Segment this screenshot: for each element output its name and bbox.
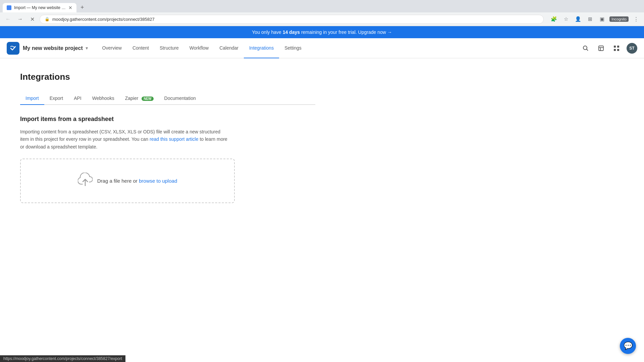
tab-import[interactable]: Import — [20, 92, 44, 105]
new-tab-button[interactable]: + — [78, 3, 87, 12]
browser-chrome: Import — My new website pro... ✕ + ← → ✕… — [0, 0, 644, 26]
customize-button[interactable]: ⊞ — [585, 14, 595, 24]
profile-button[interactable]: 👤 — [573, 14, 583, 24]
tab-documentation[interactable]: Documentation — [159, 92, 201, 105]
upload-icon — [78, 173, 93, 189]
sidebar-button[interactable]: ▣ — [597, 14, 607, 24]
nav-workflow[interactable]: Workflow — [184, 38, 214, 58]
tab-favicon — [7, 5, 11, 10]
svg-rect-2 — [599, 46, 603, 51]
nav-structure[interactable]: Structure — [154, 38, 184, 58]
nav-settings[interactable]: Settings — [279, 38, 307, 58]
import-description: Importing content from a spreadsheet (CS… — [20, 128, 228, 150]
url-text: moodjoy.gathercontent.com/projects/conne… — [52, 17, 539, 22]
svg-point-0 — [583, 46, 587, 50]
svg-rect-5 — [614, 46, 616, 48]
incognito-badge: Incognito — [609, 16, 629, 22]
cloud-upload-icon — [78, 173, 93, 186]
nav-calendar[interactable]: Calendar — [214, 38, 244, 58]
nav-content[interactable]: Content — [127, 38, 154, 58]
project-dropdown-icon[interactable]: ▼ — [85, 46, 89, 51]
trial-banner-text: You only have 14 days remaining in your … — [252, 29, 392, 35]
main-content: Integrations Import Export API Webhooks … — [0, 58, 335, 217]
search-button[interactable] — [580, 43, 591, 54]
grid-button[interactable] — [611, 43, 622, 54]
tab-webhooks[interactable]: Webhooks — [87, 92, 120, 105]
active-tab[interactable]: Import — My new website pro... ✕ — [3, 3, 76, 12]
menu-button[interactable]: ⋮ — [631, 14, 641, 24]
header-actions: ST — [580, 43, 637, 54]
nav-overview[interactable]: Overview — [97, 38, 127, 58]
integrations-tabs: Import Export API Webhooks Zapier NEW Do… — [20, 92, 315, 105]
page-title: Integrations — [20, 72, 315, 82]
search-icon — [583, 45, 589, 51]
address-bar[interactable]: 🔒 moodjoy.gathercontent.com/projects/con… — [40, 15, 544, 24]
project-name[interactable]: My new website project ▼ — [23, 45, 89, 51]
svg-rect-7 — [614, 49, 616, 51]
user-avatar[interactable]: ST — [627, 43, 637, 54]
browse-upload-link[interactable]: browse to upload — [139, 178, 177, 184]
browser-navigation: ← → ✕ 🔒 moodjoy.gathercontent.com/projec… — [0, 12, 644, 26]
file-upload-area[interactable]: Drag a file here or browse to upload — [20, 159, 235, 203]
grid-icon — [613, 45, 620, 51]
svg-line-1 — [587, 49, 588, 51]
template-icon — [598, 45, 604, 51]
logo-area: My new website project ▼ — [7, 42, 89, 55]
svg-rect-6 — [617, 46, 619, 48]
template-button[interactable] — [596, 43, 606, 54]
security-icon: 🔒 — [45, 17, 50, 21]
reload-button[interactable]: ✕ — [28, 14, 37, 24]
upload-label: Drag a file here or browse to upload — [97, 178, 177, 184]
browser-actions: 🧩 ☆ 👤 ⊞ ▣ Incognito ⋮ — [549, 14, 641, 24]
main-navigation: Overview Content Structure Workflow Cale… — [97, 38, 580, 58]
extensions-button[interactable]: 🧩 — [549, 14, 558, 24]
zapier-new-badge: NEW — [142, 97, 153, 101]
back-button[interactable]: ← — [3, 14, 13, 24]
support-article-link[interactable]: read this support article — [150, 136, 199, 142]
tab-export[interactable]: Export — [44, 92, 68, 105]
tab-api[interactable]: API — [68, 92, 87, 105]
tab-title: Import — My new website pro... — [14, 5, 66, 10]
logo-icon — [9, 45, 17, 52]
tab-zapier[interactable]: Zapier NEW — [120, 92, 159, 105]
tab-bar: Import — My new website pro... ✕ + — [0, 0, 644, 12]
app-header: My new website project ▼ Overview Conten… — [0, 38, 644, 58]
nav-integrations[interactable]: Integrations — [244, 38, 279, 58]
logo[interactable] — [7, 42, 19, 55]
import-section-title: Import items from a spreadsheet — [20, 116, 315, 123]
bookmark-button[interactable]: ☆ — [561, 14, 571, 24]
forward-button[interactable]: → — [15, 14, 25, 24]
trial-days: 14 days — [283, 29, 300, 35]
tab-close-button[interactable]: ✕ — [68, 5, 72, 10]
trial-banner: You only have 14 days remaining in your … — [0, 26, 644, 38]
svg-rect-8 — [617, 49, 619, 51]
